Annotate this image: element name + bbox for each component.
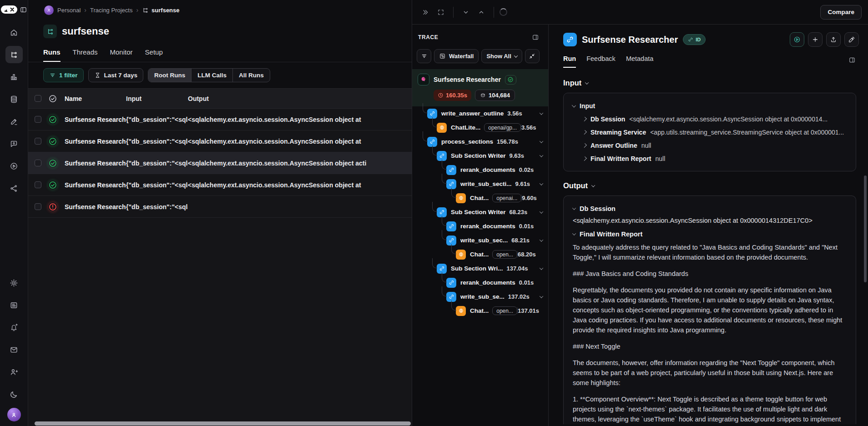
filter-button[interactable]: 1 filter	[43, 68, 84, 82]
panel-toggle-button[interactable]	[529, 30, 542, 44]
workspace-avatar[interactable]	[44, 5, 54, 15]
table-row[interactable]: Surfsense Researcher{"db_session":"<sqla…	[28, 130, 412, 152]
breadcrumb-project[interactable]: surfsense	[142, 7, 179, 14]
detail-tab-feedback[interactable]: Feedback	[586, 55, 616, 68]
trace-node-write-sub-se[interactable]: write_sub_se...137.02s	[412, 290, 548, 304]
table-row[interactable]: Surfsense Researcher{"db_session":"<sqla…	[28, 152, 412, 174]
output-section-heading[interactable]: Output	[563, 181, 856, 190]
trace-node-chat[interactable]: Chat...open...137.01s	[412, 304, 548, 318]
trace-filter-button[interactable]	[417, 49, 431, 63]
chevron-down-icon[interactable]	[540, 181, 543, 185]
trace-node-sub-section-wri[interactable]: Sub Section Wri...137.04s	[412, 261, 548, 276]
trace-node-rerank-documents[interactable]: rerank_documents0.02s	[412, 163, 548, 177]
row-checkbox[interactable]	[35, 116, 41, 123]
select-all-checkbox[interactable]	[35, 95, 41, 102]
segment-all-runs[interactable]: All Runs	[233, 69, 270, 82]
trace-node-rerank-documents[interactable]: rerank_documents0.01s	[412, 219, 548, 233]
run-name[interactable]: Surfsense Researcher	[65, 203, 126, 210]
sidebar-item-annotation[interactable]	[5, 113, 23, 130]
segment-llm-calls[interactable]: LLM Calls	[192, 69, 233, 82]
annotate-button[interactable]	[844, 32, 859, 47]
trace-node-chatlite[interactable]: ChatLite...openai/gp...3.56s	[412, 120, 548, 135]
vertical-scrollbar[interactable]	[864, 175, 867, 282]
column-name[interactable]: Name	[65, 95, 126, 102]
breadcrumb-personal[interactable]: Personal	[57, 7, 81, 14]
column-output[interactable]: Output	[188, 95, 412, 102]
share-run-button[interactable]	[826, 32, 841, 47]
next-run-button[interactable]	[459, 5, 473, 19]
sidebar-item-changelog[interactable]	[5, 296, 23, 314]
run-name[interactable]: Surfsense Researcher	[65, 181, 126, 189]
row-checkbox[interactable]	[35, 203, 41, 210]
trace-node-rerank-documents[interactable]: rerank_documents0.01s	[412, 276, 548, 290]
chevron-down-icon[interactable]	[540, 111, 543, 115]
trace-node-write-sub-sec[interactable]: write_sub_sec...68.21s	[412, 233, 548, 247]
detail-panel-toggle-button[interactable]	[845, 53, 859, 67]
sidebar-item-dashboards[interactable]	[5, 68, 23, 85]
trace-node-sub-section-writer[interactable]: Sub Section Writer68.23s	[412, 205, 548, 219]
previous-run-button[interactable]	[474, 5, 488, 19]
sidebar-item-settings[interactable]	[5, 274, 23, 291]
waterfall-button[interactable]: Waterfall	[434, 49, 479, 63]
sidebar-item-prompts[interactable]	[5, 135, 23, 152]
table-row[interactable]: Surfsense Researcher{"db_session":"<sqla…	[28, 196, 412, 218]
sidebar-item-playground[interactable]	[5, 157, 23, 175]
fullscreen-button[interactable]	[434, 5, 448, 19]
breadcrumb-tracing-projects[interactable]: Tracing Projects	[90, 7, 132, 14]
output-db-session-row[interactable]: Db Session	[573, 205, 847, 212]
compare-button[interactable]: Compare	[820, 5, 862, 20]
sidebar-item-home[interactable]	[5, 24, 23, 41]
segment-root-runs[interactable]: Root Runs	[148, 69, 192, 82]
table-row[interactable]: Surfsense Researcher{"db_session":"<sqla…	[28, 109, 412, 130]
run-name[interactable]: Surfsense Researcher	[65, 138, 126, 145]
trace-root-node[interactable]: Surfsense Researcher 160.35s 104,684	[412, 69, 548, 106]
user-avatar[interactable]	[7, 408, 21, 421]
chevron-down-icon[interactable]	[540, 238, 543, 241]
chevron-down-icon[interactable]	[540, 294, 543, 298]
collapse-tree-button[interactable]	[525, 49, 540, 63]
input-section-heading[interactable]: Input	[563, 79, 856, 87]
collapse-panel-button[interactable]	[419, 5, 432, 19]
chevron-down-icon[interactable]	[540, 153, 543, 157]
input-tree-root[interactable]: Input	[572, 99, 848, 112]
detail-tab-run[interactable]: Run	[563, 55, 576, 68]
tab-setup[interactable]: Setup	[145, 48, 163, 62]
input-field-final-written-report[interactable]: Final Written Reportnull	[572, 152, 848, 165]
sidebar-item-alerts[interactable]	[5, 319, 23, 336]
row-checkbox[interactable]	[35, 181, 41, 188]
table-row[interactable]: Surfsense Researcher{"db_session":"<sqla…	[28, 174, 412, 196]
detail-tab-metadata[interactable]: Metadata	[626, 55, 653, 68]
add-to-dataset-button[interactable]	[808, 32, 823, 47]
run-name[interactable]: Surfsense Researcher	[65, 116, 126, 123]
tab-threads[interactable]: Threads	[73, 48, 98, 62]
sidebar-item-mail[interactable]	[5, 341, 23, 358]
tab-runs[interactable]: Runs	[43, 48, 61, 62]
sidebar-item-datasets[interactable]	[5, 90, 23, 108]
input-field-answer-outline[interactable]: Answer Outlinenull	[572, 139, 848, 152]
chevron-down-icon[interactable]	[540, 139, 543, 143]
input-field-db-session[interactable]: Db Session<sqlalchemy.ext.asyncio.sessio…	[572, 112, 848, 125]
llm-icon	[456, 306, 466, 316]
langsmith-logo[interactable]	[1, 5, 17, 14]
date-range-button[interactable]: Last 7 days	[88, 68, 144, 82]
chevron-down-icon[interactable]	[540, 210, 543, 213]
open-in-playground-button[interactable]	[790, 32, 804, 47]
input-field-streaming-service[interactable]: Streaming Service<app.utils.streaming_se…	[572, 125, 848, 139]
tab-monitor[interactable]: Monitor	[110, 48, 133, 62]
sidebar-collapse-icon[interactable]	[20, 6, 27, 14]
run-name[interactable]: Surfsense Researcher	[65, 160, 126, 167]
show-all-dropdown[interactable]: Show All	[481, 49, 522, 63]
run-id-pill[interactable]: ID	[683, 34, 706, 45]
trace-node-sub-section-writer[interactable]: Sub Section Writer9.63s	[412, 149, 548, 163]
sidebar-item-dark-mode[interactable]	[5, 386, 23, 403]
sidebar-item-invite-members[interactable]	[5, 363, 23, 381]
output-report-row[interactable]: Final Written Report	[573, 231, 847, 238]
row-checkbox[interactable]	[35, 138, 41, 145]
trace-node-write-sub-secti[interactable]: write_sub_secti...9.61s	[412, 177, 548, 191]
horizontal-scrollbar[interactable]	[35, 421, 411, 426]
sidebar-item-tracing-projects[interactable]	[5, 46, 23, 63]
chevron-down-icon[interactable]	[540, 266, 543, 270]
column-input[interactable]: Input	[126, 95, 188, 102]
row-checkbox[interactable]	[35, 160, 41, 166]
sidebar-item-deployments[interactable]	[5, 180, 23, 197]
